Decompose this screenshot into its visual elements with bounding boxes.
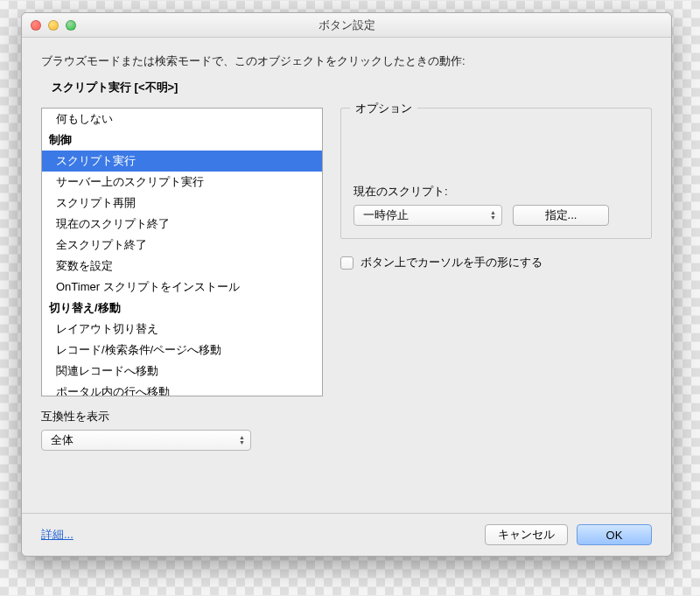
specify-button[interactable]: 指定... bbox=[513, 205, 609, 226]
current-script-label: 現在のスクリプト: bbox=[354, 184, 639, 200]
list-item[interactable]: ポータル内の行へ移動 bbox=[42, 382, 322, 396]
ok-button[interactable]: OK bbox=[577, 524, 652, 545]
list-item[interactable]: スクリプト実行 bbox=[42, 151, 322, 172]
prompt-text: ブラウズモードまたは検索モードで、このオブジェクトをクリックしたときの動作: bbox=[41, 53, 652, 69]
titlebar[interactable]: ボタン設定 bbox=[22, 13, 671, 38]
main-row: 何もしない制御スクリプト実行サーバー上のスクリプト実行スクリプト再開現在のスクリ… bbox=[41, 108, 652, 501]
hand-cursor-label: ボタン上でカーソルを手の形にする bbox=[360, 255, 542, 270]
selected-action-display: スクリプト実行 [<不明>] bbox=[52, 80, 652, 95]
list-item[interactable]: レイアウト切り替え bbox=[42, 319, 322, 340]
right-column: オプション 現在のスクリプト: 一時停止 ▲▼ 指定... bbox=[340, 108, 652, 501]
list-item[interactable]: 全スクリプト終了 bbox=[42, 235, 322, 256]
current-script-value: 一時停止 bbox=[363, 207, 409, 223]
list-item[interactable]: OnTimer スクリプトをインストール bbox=[42, 277, 322, 298]
list-item[interactable]: サーバー上のスクリプト実行 bbox=[42, 172, 322, 193]
options-legend: オプション bbox=[350, 101, 417, 116]
list-item[interactable]: 何もしない bbox=[42, 109, 322, 130]
window-title: ボタン設定 bbox=[22, 18, 671, 33]
list-item[interactable]: 関連レコードへ移動 bbox=[42, 361, 322, 382]
details-link[interactable]: 詳細... bbox=[41, 527, 74, 543]
compatibility-value: 全体 bbox=[51, 432, 74, 448]
list-item[interactable]: レコード/検索条件/ページへ移動 bbox=[42, 340, 322, 361]
list-item[interactable]: 変数を設定 bbox=[42, 256, 322, 277]
current-script-select[interactable]: 一時停止 ▲▼ bbox=[354, 205, 502, 226]
compatibility-select[interactable]: 全体 ▲▼ bbox=[41, 430, 251, 451]
footer: 詳細... キャンセル OK bbox=[22, 513, 671, 556]
list-item[interactable]: 現在のスクリプト終了 bbox=[42, 214, 322, 235]
action-listbox[interactable]: 何もしない制御スクリプト実行サーバー上のスクリプト実行スクリプト再開現在のスクリ… bbox=[41, 108, 323, 396]
hand-cursor-checkbox[interactable] bbox=[340, 256, 354, 270]
updown-arrows-icon: ▲▼ bbox=[490, 210, 496, 221]
list-item[interactable]: スクリプト再開 bbox=[42, 193, 322, 214]
updown-arrows-icon: ▲▼ bbox=[239, 435, 245, 445]
content-area: ブラウズモードまたは検索モードで、このオブジェクトをクリックしたときの動作: ス… bbox=[22, 38, 671, 513]
cancel-button[interactable]: キャンセル bbox=[485, 524, 568, 545]
options-fieldset: オプション 現在のスクリプト: 一時停止 ▲▼ 指定... bbox=[340, 108, 652, 239]
left-column: 何もしない制御スクリプト実行サーバー上のスクリプト実行スクリプト再開現在のスクリ… bbox=[41, 108, 323, 501]
list-category: 切り替え/移動 bbox=[42, 298, 322, 319]
hand-cursor-row[interactable]: ボタン上でカーソルを手の形にする bbox=[340, 255, 652, 270]
compatibility-label: 互換性を表示 bbox=[41, 409, 323, 424]
dialog-window: ボタン設定 ブラウズモードまたは検索モードで、このオブジェクトをクリックしたとき… bbox=[21, 12, 672, 557]
list-category: 制御 bbox=[42, 130, 322, 151]
